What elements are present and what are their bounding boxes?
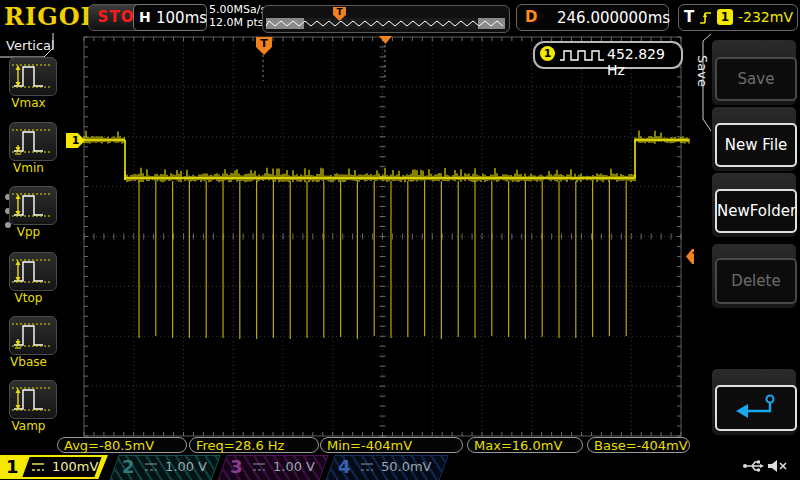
back-button[interactable] [715, 385, 797, 431]
acquisition-info: 5.00MSa/s 12.0M pts [209, 3, 266, 29]
delay-label: D [525, 8, 537, 26]
measurement-min: Min=-404mV [320, 437, 463, 453]
dc-coupling-icon [252, 462, 266, 473]
dc-coupling-icon [31, 462, 45, 473]
trigger-level-value: -232mV [738, 9, 793, 25]
measurement-base: Base=-404mV [587, 437, 690, 453]
measurement-avg: Avg=-80.5mV [57, 437, 187, 453]
freq-counter-channel-badge: 1 [540, 46, 555, 61]
vpp-label: Vpp [0, 225, 57, 239]
softkey-slot: NewFolder [712, 173, 796, 237]
sample-rate: 5.00MSa/s [209, 3, 266, 16]
vmin-label: Vmin [0, 161, 57, 175]
trigger-label: T [684, 8, 694, 26]
timebase-value: 100ms [156, 9, 207, 27]
channel-2-number: 2 [122, 455, 135, 479]
delay-box[interactable]: D 246.000000ms [516, 4, 669, 31]
horizontal-timebase-box[interactable]: H 100ms [133, 4, 207, 31]
freq-counter-value: 452.829 Hz [607, 46, 681, 78]
vamp-button[interactable] [9, 380, 57, 419]
vtop-label: Vtop [0, 291, 57, 305]
vbase-icon [10, 317, 54, 352]
vertical-measure-menu: Vertical VmaxVminVppVtopVbaseVamp [0, 33, 57, 455]
rigol-logo: RIGOL [4, 2, 98, 31]
vpp-icon [10, 187, 54, 222]
save-menu: Save Save New File NewFolder Delete [694, 33, 800, 455]
vmin-icon [10, 123, 54, 158]
channel-2-scale: 1.00 V [165, 455, 207, 479]
channel-4-number: 4 [338, 455, 351, 479]
memory-depth: 12.0M pts [209, 16, 266, 29]
frequency-counter-badge: 1 452.829 Hz [533, 41, 683, 69]
return-arrow-icon [734, 392, 778, 422]
h-label: H [139, 9, 151, 25]
channel-1-scale: 100mV [52, 455, 98, 479]
dc-coupling-icon [144, 462, 158, 473]
softkey-slot: Save [712, 40, 796, 105]
softkey-slot: New File [712, 107, 796, 171]
vtop-icon [10, 253, 54, 288]
vamp-icon [10, 381, 54, 416]
new-file-button[interactable]: New File [715, 123, 797, 167]
channel-3-number: 3 [230, 455, 243, 479]
vmax-icon [10, 58, 54, 93]
measurement-max: Max=16.0mV [467, 437, 583, 453]
save-button[interactable]: Save [715, 57, 797, 101]
softkey-slot [712, 369, 796, 435]
speaker-muted-icon [766, 458, 788, 474]
rising-edge-icon [698, 10, 714, 26]
softkey-slot: Delete [712, 244, 796, 308]
vmin-button[interactable] [9, 122, 57, 161]
vtop-button[interactable] [9, 252, 57, 291]
waveform-memory-preview[interactable]: T [262, 5, 510, 33]
channel-1-number: 1 [6, 455, 19, 479]
vmax-label: Vmax [0, 96, 57, 110]
save-tab-outline [694, 33, 714, 143]
new-folder-button[interactable]: NewFolder [715, 189, 797, 233]
usb-icon [742, 458, 764, 474]
channel-status-bar: 1 100mV 2 1.00 V 3 1.00 V 4 50.0mV [0, 455, 800, 480]
top-status-bar: RIGOL STOP H 100ms 5.00MSa/s 12.0M pts T… [0, 0, 800, 34]
vbase-label: Vbase [0, 355, 57, 369]
channel-4-scale: 50.0mV [381, 455, 432, 479]
scope-display: 1 T T 1 452.829 Hz Avg=-80.5mV Freq=28.6… [57, 33, 694, 455]
vmax-button[interactable] [9, 57, 57, 96]
memory-preview-wave [263, 6, 509, 32]
vamp-label: Vamp [0, 419, 57, 433]
graticule-and-waveform [57, 33, 694, 455]
measurement-freq: Freq=28.6 Hz [189, 437, 319, 453]
trigger-box[interactable]: T 1 -232mV [678, 4, 798, 31]
delay-value: 246.000000ms [557, 9, 670, 27]
dc-coupling-icon [360, 462, 374, 473]
delete-button[interactable]: Delete [715, 258, 797, 304]
vpp-button[interactable] [9, 186, 57, 225]
channel-3-scale: 1.00 V [273, 455, 315, 479]
square-wave-icon [559, 48, 605, 62]
vbase-button[interactable] [9, 316, 57, 355]
trigger-source-badge: 1 [717, 9, 733, 25]
